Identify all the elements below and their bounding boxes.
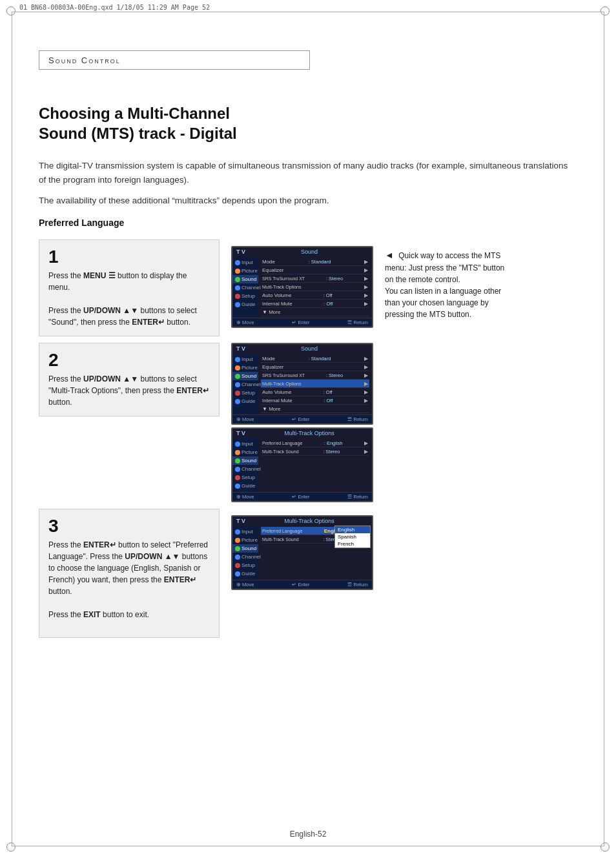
tv-s2b-input: Input bbox=[232, 440, 258, 448]
tv-sidebar-s1: Input Picture Sound Channel Setup Guide bbox=[232, 256, 258, 318]
tv-row-mode-s2a: Mode: Standard▶ bbox=[261, 354, 369, 363]
tv-header-step1: T V Sound bbox=[232, 247, 372, 256]
tv-s2b-channel: Channel bbox=[232, 465, 258, 473]
section-header-text: Sound Control bbox=[48, 56, 121, 65]
tv-s2a-sound: Sound bbox=[232, 372, 258, 380]
page-footer: English-52 bbox=[0, 830, 616, 839]
tv-s2a-channel: Channel bbox=[232, 380, 258, 389]
dropdown-spanish: Spanish bbox=[335, 533, 370, 540]
tv-row-pl-s2b: Preferred Language: English▶ bbox=[261, 439, 369, 447]
tv-row-more-s2a: ▼ More bbox=[261, 405, 369, 413]
tv-label-s1: T V bbox=[236, 249, 245, 255]
tv-header-step2b: T V Multi-Track Options bbox=[232, 429, 372, 438]
tv-footer-s1: ⊕ Move↵ Enter☰ Return bbox=[232, 318, 372, 327]
tv-row-more-s1: ▼ More bbox=[261, 308, 369, 316]
tv-sidebar-setup-s1: Setup bbox=[232, 292, 258, 300]
tv-body-s2a: Input Picture Sound Channel Setup Guide … bbox=[232, 353, 372, 414]
intro-para1: The digital-TV transmission system is ca… bbox=[39, 159, 577, 187]
tv-footer-s3: ⊕ Move↵ Enter☰ Return bbox=[232, 580, 372, 589]
tv-title-s2a: Sound bbox=[251, 345, 368, 352]
main-content: Choosing a Multi-Channel Sound (MTS) tra… bbox=[39, 103, 577, 644]
tv-row-eq-s2a: Equalizer▶ bbox=[261, 363, 369, 371]
tv-label-s2a: T V bbox=[236, 345, 245, 352]
sub-heading: Preferred Language bbox=[39, 218, 577, 228]
step2-box: 2 Press the UP/DOWN ▲▼ buttons to select… bbox=[39, 343, 220, 416]
tv-s3-guide: Guide bbox=[232, 569, 258, 578]
step2-screens: T V Sound Input Picture Sound Channel Se… bbox=[231, 343, 373, 502]
tv-body-s1: Input Picture Sound Channel Setup Guide … bbox=[232, 256, 372, 318]
tv-s3-channel: Channel bbox=[232, 553, 258, 561]
tv-header-step2a: T V Sound bbox=[232, 344, 372, 353]
tv-main-s2b: Preferred Language: English▶ Multi-Track… bbox=[258, 438, 372, 492]
tv-s3-input: Input bbox=[232, 527, 258, 536]
tv-s2b-guide: Guide bbox=[232, 482, 258, 490]
step3-text: Press the ENTER↵ button to select "Prefe… bbox=[48, 539, 210, 620]
tv-screen-step1: T V Sound Input Picture Sound Channel Se… bbox=[231, 246, 373, 328]
file-info: 01 BN68-00803A-00Eng.qxd 1/18/05 11:29 A… bbox=[19, 4, 210, 11]
tv-body-s2b: Input Picture Sound Channel Setup Guide … bbox=[232, 438, 372, 492]
tv-title-s1: Sound bbox=[251, 249, 368, 255]
tv-row-mode-s1: Mode: Standard▶ bbox=[261, 258, 369, 266]
tv-sidebar-channel-s1: Channel bbox=[232, 283, 258, 292]
tv-s2b-sound: Sound bbox=[232, 456, 258, 465]
tv-row-av-s2a: Auto Volume: Off▶ bbox=[261, 388, 369, 396]
tv-main-s3: Preferred Language English ▶ Multi-Track… bbox=[258, 526, 372, 580]
tv-row-mto-s1: Multi-Track Options▶ bbox=[261, 283, 369, 291]
intro-para2: The availability of these additional “mu… bbox=[39, 194, 577, 208]
page-title-line2: Sound (MTS) track - Digital bbox=[39, 125, 237, 142]
step1-row: 1 Press the MENU ☰ button to display the… bbox=[39, 240, 577, 336]
page-title: Choosing a Multi-Channel Sound (MTS) tra… bbox=[39, 103, 577, 143]
tv-sidebar-s2b: Input Picture Sound Channel Setup Guide bbox=[232, 438, 258, 492]
tv-label-s3: T V bbox=[236, 518, 245, 524]
dropdown-french: French bbox=[335, 540, 370, 547]
tv-row-im-s1: Internal Mute: Off▶ bbox=[261, 300, 369, 308]
tv-title-s2b: Multi-Track Options bbox=[251, 430, 368, 436]
tv-sidebar-s2a: Input Picture Sound Channel Setup Guide bbox=[232, 353, 258, 414]
tv-s2a-guide: Guide bbox=[232, 397, 258, 405]
tv-screen-step3: T V Multi-Track Options Input Picture So… bbox=[231, 515, 373, 590]
tv-row-av-s1: Auto Volume: Off▶ bbox=[261, 291, 369, 300]
step1-text: Press the MENU ☰ button to display the m… bbox=[48, 270, 210, 328]
tip-box: ◄ Quick way to access the MTS menu: Just… bbox=[385, 246, 514, 336]
tv-row-srs-s2a: SRS TruSurround XT: Stereo▶ bbox=[261, 371, 369, 380]
tv-s2b-picture: Picture bbox=[232, 448, 258, 456]
tv-footer-s2b: ⊕ Move↵ Enter☰ Return bbox=[232, 492, 372, 501]
step3-box: 3 Press the ENTER↵ button to select "Pre… bbox=[39, 509, 220, 638]
tv-s2a-setup: Setup bbox=[232, 389, 258, 397]
tv-s2a-input: Input bbox=[232, 355, 258, 363]
step3-row: 3 Press the ENTER↵ button to select "Pre… bbox=[39, 509, 577, 638]
tv-s3-sound: Sound bbox=[232, 544, 258, 553]
section-header: Sound Control bbox=[39, 50, 310, 70]
tv-s3-picture: Picture bbox=[232, 536, 258, 544]
tv-header-step3: T V Multi-Track Options bbox=[232, 516, 372, 526]
tv-body-s3: Input Picture Sound Channel Setup Guide … bbox=[232, 526, 372, 580]
tv-sidebar-sound-s1: Sound bbox=[232, 275, 258, 283]
tv-s3-setup: Setup bbox=[232, 561, 258, 569]
tip-bullet: ◄ bbox=[385, 250, 394, 260]
step1-box: 1 Press the MENU ☰ button to display the… bbox=[39, 240, 220, 336]
tv-screen-step2a: T V Sound Input Picture Sound Channel Se… bbox=[231, 343, 373, 425]
step2-row: 2 Press the UP/DOWN ▲▼ buttons to select… bbox=[39, 343, 577, 502]
tv-sidebar-input-s1: Input bbox=[232, 258, 258, 267]
tv-sidebar-guide-s1: Guide bbox=[232, 300, 258, 309]
tv-row-im-s2a: Internal Mute: Off▶ bbox=[261, 396, 369, 405]
step2-number: 2 bbox=[48, 351, 210, 369]
tv-row-eq-s1: Equalizer▶ bbox=[261, 266, 369, 274]
tv-screen-step3-wrapper: T V Multi-Track Options Input Picture So… bbox=[231, 515, 373, 590]
page-title-line1: Choosing a Multi-Channel bbox=[39, 105, 230, 122]
tv-label-s2b: T V bbox=[236, 430, 245, 436]
tv-title-s3: Multi-Track Options bbox=[251, 518, 368, 524]
page-number: English-52 bbox=[290, 830, 327, 839]
dropdown-english: English bbox=[335, 526, 370, 533]
tv-s2a-picture: Picture bbox=[232, 363, 258, 372]
tv-sidebar-s3: Input Picture Sound Channel Setup Guide bbox=[232, 526, 258, 580]
tv-sidebar-picture-s1: Picture bbox=[232, 267, 258, 275]
tv-main-s1: Mode: Standard▶ Equalizer▶ SRS TruSurrou… bbox=[258, 256, 372, 318]
tv-footer-s2a: ⊕ Move↵ Enter☰ Return bbox=[232, 414, 372, 424]
tv-row-mto-s2a: Multi-Track Options▶ bbox=[261, 380, 369, 388]
step3-number: 3 bbox=[48, 517, 210, 535]
tv-s2b-setup: Setup bbox=[232, 473, 258, 482]
language-dropdown: English Spanish French bbox=[334, 526, 371, 548]
step2-text: Press the UP/DOWN ▲▼ buttons to select "… bbox=[48, 373, 210, 408]
tv-main-s2a: Mode: Standard▶ Equalizer▶ SRS TruSurrou… bbox=[258, 353, 372, 414]
